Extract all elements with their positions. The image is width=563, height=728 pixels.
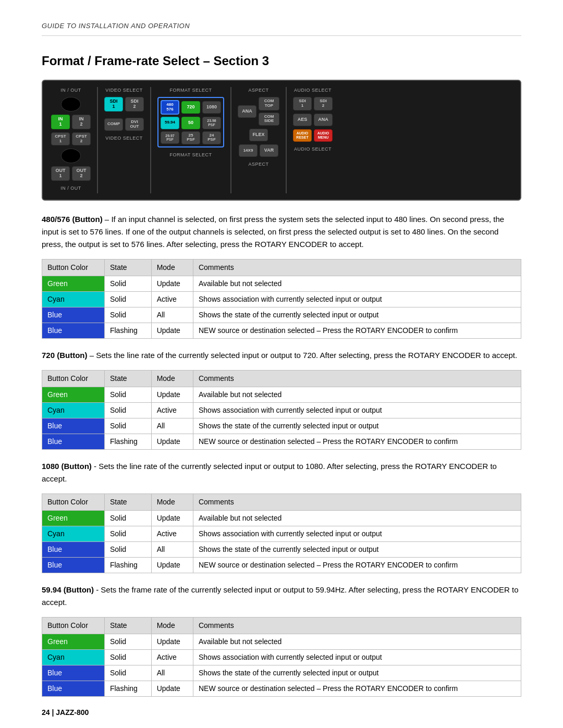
cell-comments: Shows the state of the currently selecte… [193, 418, 521, 434]
cell-state: Flashing [104, 434, 151, 449]
table-row: CyanSolidActiveShows association with cu… [42, 649, 521, 665]
btn-sdi-audio2[interactable]: SDI2 [314, 97, 333, 110]
cell-mode: Update [151, 634, 193, 649]
desc-59-94: 59.94 (Button) - Sets the frame rate of … [42, 584, 521, 609]
format-select-label-bottom: FORMAT SELECT [157, 152, 224, 159]
btn-sdi1[interactable]: SDI1 [104, 97, 123, 112]
table-row: BlueFlashingUpdateNEW source or destinat… [42, 434, 521, 449]
btn-out2[interactable]: OUT2 [72, 166, 91, 181]
aspect-label-top: ASPECT [238, 87, 279, 94]
section-title: Format / Frame-rate Select – Section 3 [42, 52, 521, 70]
btn-cpst1[interactable]: CPST1 [51, 132, 70, 146]
audio-select-label-top: AUDIO SELECT [293, 87, 333, 94]
btn-ana[interactable]: ANA [238, 105, 256, 118]
table-row: GreenSolidUpdateAvailable but not select… [42, 634, 521, 649]
col-header-state: State [104, 617, 151, 634]
cell-mode: All [151, 418, 193, 434]
cell-comments: NEW source or destination selected – Pre… [193, 557, 521, 573]
btn-50[interactable]: 50 [181, 117, 200, 129]
btn-audio-reset[interactable]: AUDIORESET [293, 129, 312, 142]
divider-1 [97, 87, 98, 193]
desc-480-576: 480/576 (Button) – If an input channel i… [42, 213, 521, 251]
cell-mode: Update [151, 387, 193, 402]
col-header-button-color: Button Color [42, 617, 105, 634]
btn-dvi-out[interactable]: DVIOUT [125, 118, 144, 131]
panel-format-select: FORMAT SELECT 480576 720 1080 59.94 50 2… [157, 87, 224, 193]
btn-out1[interactable]: OUT1 [51, 166, 70, 181]
col-header-state: State [104, 259, 151, 276]
panel-image: IN / OUT IN1 IN2 CPST1 CPST2 OUT1 OUT2 I… [42, 80, 521, 201]
cell-button-color: Blue [42, 434, 105, 449]
btn-29-97-psf[interactable]: 29.97PSF [161, 131, 179, 144]
cell-mode: Update [151, 557, 193, 573]
cell-button-color: Green [42, 276, 105, 291]
btn-flex[interactable]: FLEX [249, 129, 268, 141]
cell-mode: Active [151, 526, 193, 541]
btn-720[interactable]: 720 [181, 101, 200, 114]
btn-1080[interactable]: 1080 [202, 101, 221, 114]
cell-button-color: Blue [42, 681, 105, 696]
btn-14x9[interactable]: 14X9 [239, 144, 258, 157]
btn-com-top[interactable]: COMTOP [259, 97, 279, 110]
btn-sdi-audio1[interactable]: SDI1 [293, 97, 312, 110]
footer: 24 | JAZZ-800 [42, 707, 521, 718]
cell-state: Solid [104, 418, 151, 434]
btn-25-psf[interactable]: 25PSF [181, 131, 200, 145]
table-720: Button ColorStateModeCommentsGreenSolidU… [42, 370, 521, 450]
cell-button-color: Cyan [42, 526, 105, 541]
btn-com-side[interactable]: COMSIDE [259, 113, 279, 126]
col-header-mode: Mode [151, 259, 193, 276]
cell-state: Solid [104, 291, 151, 307]
btn-480-576[interactable]: 480576 [161, 100, 179, 115]
cell-button-color: Blue [42, 323, 105, 338]
cell-state: Flashing [104, 681, 151, 696]
btn-aes[interactable]: AES [293, 114, 312, 126]
cell-button-color: Blue [42, 665, 105, 681]
btn-sdi2[interactable]: SDI2 [125, 97, 144, 112]
btn-in1[interactable]: IN1 [51, 115, 70, 129]
desc-1080: 1080 (Button) - Sets the line rate of th… [42, 460, 521, 485]
cell-comments: Available but not selected [193, 387, 521, 402]
cell-comments: Shows the state of the currently selecte… [193, 307, 521, 323]
cell-mode: Update [151, 434, 193, 449]
table-row: CyanSolidActiveShows association with cu… [42, 402, 521, 418]
btn-audio-menu[interactable]: AUDIOMENU [314, 129, 333, 142]
btn-23-98-psf[interactable]: 23.98PSF [202, 117, 221, 129]
table-row: BlueSolidAllShows the state of the curre… [42, 307, 521, 323]
btn-59-94[interactable]: 59.94 [161, 117, 179, 129]
btn-var[interactable]: VAR [260, 144, 278, 157]
cell-button-color: Blue [42, 541, 105, 557]
btn-24-psf[interactable]: 24PSF [202, 131, 221, 145]
cell-button-color: Blue [42, 307, 105, 323]
cell-state: Solid [104, 402, 151, 418]
btn-comp[interactable]: COMP [104, 118, 123, 131]
table-row: GreenSolidUpdateAvailable but not select… [42, 510, 521, 526]
btn-cpst2[interactable]: CPST2 [72, 132, 91, 146]
col-header-comments: Comments [193, 370, 521, 387]
cell-state: Solid [104, 276, 151, 291]
btn-ana-audio[interactable]: ANA [314, 114, 333, 126]
cell-mode: Active [151, 402, 193, 418]
panel-in-out: IN / OUT IN1 IN2 CPST1 CPST2 OUT1 OUT2 I… [51, 87, 91, 193]
cell-comments: Shows association with currently selecte… [193, 649, 521, 665]
cell-button-color: Blue [42, 557, 105, 573]
cell-mode: All [151, 541, 193, 557]
col-header-button-color: Button Color [42, 493, 105, 510]
btn-in2[interactable]: IN2 [72, 115, 91, 129]
table-1080: Button ColorStateModeCommentsGreenSolidU… [42, 493, 521, 573]
table-row: CyanSolidActiveShows association with cu… [42, 291, 521, 307]
cell-button-color: Green [42, 510, 105, 526]
cell-state: Solid [104, 510, 151, 526]
video-select-label-top: VIDEO SELECT [104, 87, 144, 94]
cell-state: Flashing [104, 323, 151, 338]
cell-mode: Active [151, 649, 193, 665]
table-row: GreenSolidUpdateAvailable but not select… [42, 276, 521, 291]
cell-button-color: Green [42, 387, 105, 402]
header-text: Guide to Installation and Operation [42, 22, 190, 30]
col-header-state: State [104, 370, 151, 387]
cell-comments: Shows association with currently selecte… [193, 526, 521, 541]
format-select-box: 480576 720 1080 59.94 50 23.98PSF 29.97P… [157, 97, 224, 147]
cell-comments: Available but not selected [193, 276, 521, 291]
cell-comments: Shows the state of the currently selecte… [193, 541, 521, 557]
in-out-label-top: IN / OUT [51, 87, 91, 94]
